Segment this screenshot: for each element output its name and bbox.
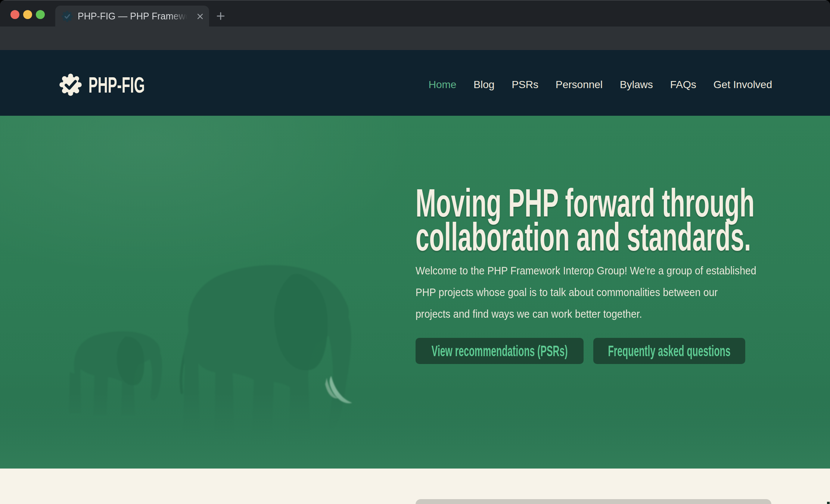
hero-paragraph-line1: Welcome to the PHP Framework Interop Gro… [416, 260, 756, 281]
nav-item-blog[interactable]: Blog [473, 79, 494, 91]
tab-title: PHP-FIG — PHP Framework Int [78, 6, 190, 27]
browser-toolbar: https://www.php-fig.org [0, 27, 830, 50]
browser-window: PHP-FIG — PHP Framework Int [0, 0, 830, 504]
corner-image-edge [827, 502, 830, 504]
tab-close-icon[interactable] [195, 11, 205, 22]
minimize-window-button[interactable] [23, 10, 32, 19]
hero-paragraph: Welcome to the PHP Framework Interop Gro… [416, 260, 786, 325]
tab-strip: PHP-FIG — PHP Framework Int [0, 0, 830, 27]
site-header: PHP-FIG Home Blog PSRs Personnel Bylaws … [0, 50, 830, 116]
faq-button[interactable]: Frequently asked questions [593, 338, 745, 364]
main-nav: Home Blog PSRs Personnel Bylaws FAQs Get… [429, 79, 772, 91]
nav-item-bylaws[interactable]: Bylaws [620, 79, 653, 91]
browser-tab[interactable]: PHP-FIG — PHP Framework Int [55, 6, 209, 27]
window-controls [10, 10, 45, 19]
badge-check-icon [59, 73, 83, 97]
view-recommendations-button[interactable]: View recommendations (PSRs) [416, 338, 584, 364]
next-section [0, 469, 830, 504]
nav-item-personnel[interactable]: Personnel [556, 79, 603, 91]
hero-paragraph-line3: projects and find ways we can work bette… [416, 303, 756, 325]
hero-heading: Moving PHP forward through collaboration… [416, 186, 830, 254]
site-logo[interactable]: PHP-FIG [59, 72, 125, 98]
nav-item-get-involved[interactable]: Get Involved [714, 79, 772, 91]
faq-button-label: Frequently asked questions [608, 343, 731, 360]
hero-heading-line2: collaboration and standards. [416, 220, 755, 254]
site-favicon-icon [61, 10, 73, 22]
hero-paragraph-line2: PHP projects whose goal is to talk about… [416, 281, 756, 303]
view-recommendations-label: View recommendations (PSRs) [432, 343, 568, 360]
nav-item-faqs[interactable]: FAQs [670, 79, 696, 91]
nav-item-home[interactable]: Home [429, 79, 457, 91]
hero-buttons: View recommendations (PSRs) Frequently a… [416, 338, 745, 364]
hero-content: Moving PHP forward through collaboration… [416, 116, 789, 469]
content-card-peek [416, 499, 771, 504]
new-tab-button[interactable] [215, 11, 226, 21]
nav-item-psrs[interactable]: PSRs [512, 79, 538, 91]
logo-text: PHP-FIG [88, 72, 111, 98]
hero-section: Moving PHP forward through collaboration… [0, 116, 830, 469]
close-window-button[interactable] [10, 10, 19, 19]
zoom-window-button[interactable] [36, 10, 45, 19]
